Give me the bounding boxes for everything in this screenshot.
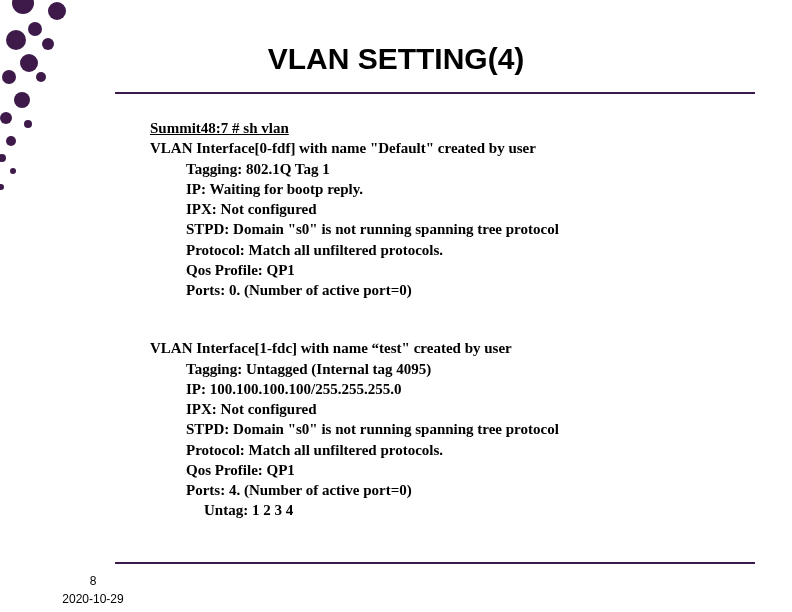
footer: 8 2020-10-29 [58,574,128,606]
vlan-block-1: VLAN Interface[0-fdf] with name "Default… [150,138,750,300]
vlan2-tagging: Tagging: Untagged (Internal tag 4095) [150,359,750,379]
vlan1-ipx: IPX: Not configured [150,199,750,219]
page-title: VLAN SETTING(4) [0,42,792,76]
vlan2-stpd: STPD: Domain "s0" is not running spannin… [150,419,750,439]
vlan2-qos: Qos Profile: QP1 [150,460,750,480]
page-date: 2020-10-29 [58,592,128,606]
vlan2-untag: Untag: 1 2 3 4 [150,500,750,520]
vlan1-qos: Qos Profile: QP1 [150,260,750,280]
vlan2-protocol: Protocol: Match all unfiltered protocols… [150,440,750,460]
vlan2-ip: IP: 100.100.100.100/255.255.255.0 [150,379,750,399]
content-body: Summit48:7 # sh vlan VLAN Interface[0-fd… [150,118,750,521]
vlan2-header: VLAN Interface[1-fdc] with name “test" c… [150,338,750,358]
vlan1-tagging: Tagging: 802.1Q Tag 1 [150,159,750,179]
decorative-dots [0,0,100,612]
vlan1-ports: Ports: 0. (Number of active port=0) [150,280,750,300]
divider-bottom [115,562,755,564]
vlan1-header: VLAN Interface[0-fdf] with name "Default… [150,138,750,158]
vlan1-stpd: STPD: Domain "s0" is not running spannin… [150,219,750,239]
vlan1-ip: IP: Waiting for bootp reply. [150,179,750,199]
vlan1-protocol: Protocol: Match all unfiltered protocols… [150,240,750,260]
vlan2-ports: Ports: 4. (Number of active port=0) [150,480,750,500]
page-number: 8 [58,574,128,588]
command-line: Summit48:7 # sh vlan [150,118,750,138]
vlan2-ipx: IPX: Not configured [150,399,750,419]
divider-top [115,92,755,94]
vlan-block-2: VLAN Interface[1-fdc] with name “test" c… [150,338,750,520]
